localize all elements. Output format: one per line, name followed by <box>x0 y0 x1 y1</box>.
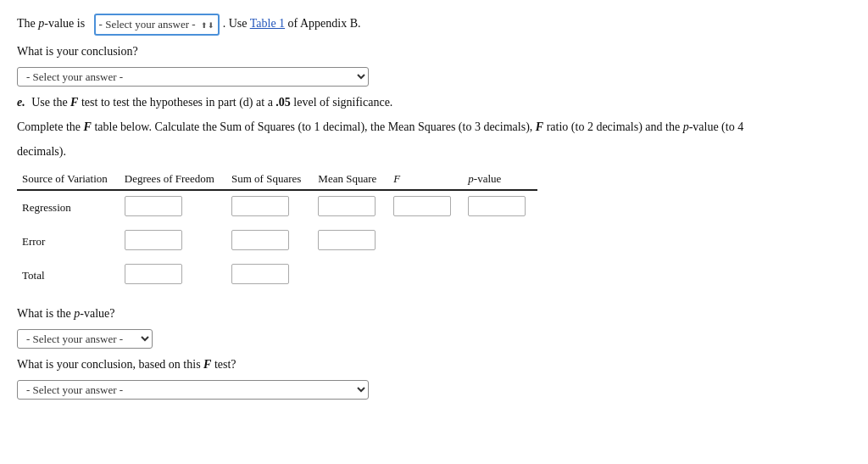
inline-select-arrows: ⬆⬇ <box>201 21 214 30</box>
complete-table-line2: decimals). <box>17 143 851 160</box>
F-ratio-label: F <box>536 120 543 133</box>
total-pv-cell <box>463 259 537 293</box>
total-ss-cell <box>226 259 313 293</box>
complete-table-line: Complete the F table below. Calculate th… <box>17 118 851 136</box>
pvalue-small-select-line: - Select your answer - <box>17 329 851 349</box>
pvalue-prefix-text: The p-value is <box>17 17 85 30</box>
F-italic-conclusion: F <box>203 358 211 371</box>
pvalue-question-line: What is the p-value? <box>17 305 851 322</box>
conclusion2-select-wide[interactable]: - Select your answer - <box>17 380 369 400</box>
appendix-text: of Appendix B. <box>285 17 360 30</box>
conclusion2-question-line: What is your conclusion, based on this F… <box>17 355 851 373</box>
error-ss-input[interactable] <box>231 230 289 250</box>
f-table: Source of Variation Degrees of Freedom S… <box>17 169 537 293</box>
col-f-header: F <box>388 169 463 190</box>
regression-pv-input[interactable] <box>468 196 526 216</box>
regression-ms-cell <box>313 190 388 225</box>
decimals-text: decimals). <box>17 145 66 158</box>
table-row-total: Total <box>17 259 537 293</box>
part-e-text1: Use the F test to test the hypotheses in… <box>31 96 392 109</box>
conclusion2-select-line: - Select your answer - <box>17 380 851 400</box>
conclusion-select-wide[interactable]: - Select your answer - <box>17 67 369 87</box>
complete-text1: Complete the F table below. Calculate th… <box>17 120 743 133</box>
inline-select-pvalue[interactable]: - Select your answer - ⬆⬇ <box>94 14 220 36</box>
conclusion-select-line: - Select your answer - <box>17 67 851 87</box>
error-label: Error <box>17 225 120 259</box>
col-source-header: Source of Variation <box>17 169 120 190</box>
conclusion-question-line: What is your conclusion? <box>17 42 851 60</box>
error-ms-cell <box>313 225 388 259</box>
total-ms-cell <box>313 259 388 293</box>
total-dof-input[interactable] <box>125 264 182 284</box>
col-pvalue-header: p-value <box>463 169 537 190</box>
error-ms-input[interactable] <box>318 230 376 250</box>
conclusion-question-text: What is your conclusion? <box>17 45 138 58</box>
total-label: Total <box>17 259 120 293</box>
error-f-cell <box>388 225 463 259</box>
pvalue-question-text: What is the p-value? <box>17 307 114 320</box>
pvalue-small-select[interactable]: - Select your answer - <box>17 329 153 349</box>
inline-select-pvalue-label: - Select your answer - <box>99 18 196 31</box>
regression-f-cell <box>388 190 463 225</box>
table1-link[interactable]: Table 1 <box>250 17 285 30</box>
part-e-label: e. <box>17 96 25 109</box>
error-dof-cell <box>120 225 226 259</box>
col-dof-header: Degrees of Freedom <box>120 169 226 190</box>
use-text: . Use <box>223 17 250 30</box>
p-italic-header: p <box>468 172 474 185</box>
total-f-cell <box>388 259 463 293</box>
F-italic-e: F <box>70 96 78 109</box>
error-ss-cell <box>226 225 313 259</box>
regression-dof-cell <box>120 190 226 225</box>
regression-ss-input[interactable] <box>231 196 289 216</box>
part-e-line: e. Use the F test to test the hypotheses… <box>17 93 851 111</box>
pvalue-line: The p-value is - Select your answer - ⬆⬇… <box>17 14 851 36</box>
p-italic-q: p <box>74 307 80 320</box>
regression-ss-cell <box>226 190 313 225</box>
error-dof-input[interactable] <box>125 230 182 250</box>
regression-ms-input[interactable] <box>318 196 376 216</box>
F-complete: F <box>84 120 92 133</box>
total-dof-cell <box>120 259 226 293</box>
col-ms-header: Mean Square <box>313 169 388 190</box>
p-italic: p <box>38 17 44 30</box>
total-ss-input[interactable] <box>231 264 289 284</box>
significance-value: .05 <box>275 96 291 109</box>
conclusion2-text: What is your conclusion, based on this F… <box>17 358 236 371</box>
col-ss-header: Sum of Squares <box>226 169 313 190</box>
error-pv-cell <box>463 225 537 259</box>
regression-pv-cell <box>463 190 537 225</box>
table-header-row: Source of Variation Degrees of Freedom S… <box>17 169 537 190</box>
p-ratio-label: p <box>683 120 689 133</box>
table-row-error: Error <box>17 225 537 259</box>
regression-f-input[interactable] <box>393 196 451 216</box>
table-row-regression: Regression <box>17 190 537 225</box>
regression-label: Regression <box>17 190 120 225</box>
regression-dof-input[interactable] <box>125 196 182 216</box>
